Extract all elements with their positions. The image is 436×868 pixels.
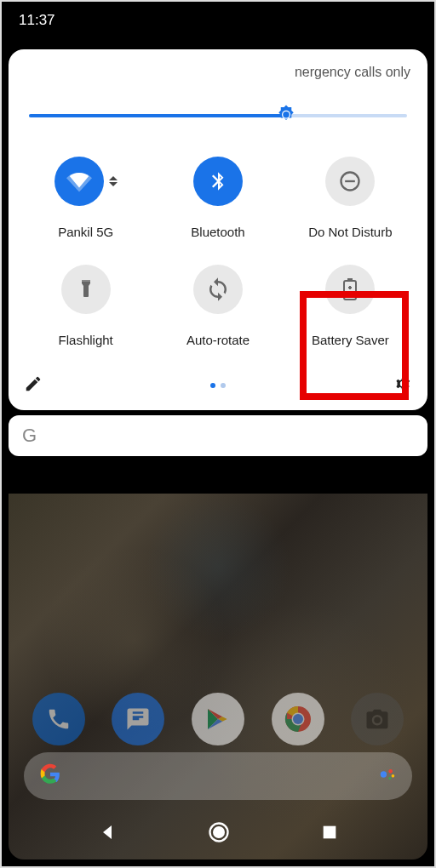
back-icon [97,822,118,842]
tile-flashlight[interactable]: Flashlight [24,265,147,347]
svg-point-9 [293,714,303,724]
app-dock [19,693,417,745]
recents-icon [320,823,339,842]
svg-rect-17 [323,826,336,839]
dock-play[interactable] [192,693,244,745]
qs-tiles-grid: Pankil 5G Bluetooth Do Not Disturb Flash… [24,157,412,347]
tile-battery-saver[interactable]: Battery Saver [289,265,412,347]
nav-recents[interactable] [320,823,339,845]
page-dot-active [210,383,215,388]
tile-bluetooth[interactable]: Bluetooth [156,157,279,239]
chrome-icon [283,704,313,734]
settings-button[interactable] [393,374,412,397]
bluetooth-icon [193,157,243,206]
tile-label: Auto-rotate [186,333,250,347]
svg-rect-4 [82,280,90,282]
camera-icon [364,706,390,732]
dock-phone[interactable] [32,693,85,745]
svg-point-13 [392,774,395,778]
expand-chevrons-icon[interactable] [109,176,118,186]
brightness-thumb[interactable] [273,103,299,128]
brightness-slider[interactable] [29,106,407,126]
tile-dnd[interactable]: Do Not Disturb [289,157,412,239]
page-indicator [210,383,226,388]
assistant-icon[interactable] [378,765,397,787]
navigation-bar [2,817,434,851]
google-search-card[interactable]: G [9,415,427,456]
rotate-icon [193,265,243,314]
tile-label: Bluetooth [191,225,244,239]
home-icon [207,820,231,844]
svg-point-14 [388,777,391,779]
svg-rect-6 [347,278,353,281]
svg-point-10 [374,717,381,724]
brightness-icon [273,103,299,128]
nav-back[interactable] [97,822,118,846]
dock-chrome[interactable] [272,693,324,745]
pencil-icon [24,374,43,393]
phone-icon [46,706,72,732]
google-logo-icon [39,763,61,789]
dock-camera[interactable] [351,693,404,745]
qs-footer [24,371,412,400]
quick-settings-panel: nergency calls only Pankil 5G [9,49,427,410]
dock-messages[interactable] [112,693,164,745]
wifi-icon [54,157,104,206]
tile-wifi[interactable]: Pankil 5G [24,157,147,239]
network-status-text: nergency calls only [295,65,410,80]
svg-point-11 [381,771,387,777]
nav-home[interactable] [207,820,231,848]
status-bar: 11:37 [2,2,434,39]
dnd-icon [325,157,375,206]
status-time: 11:37 [19,12,55,29]
edit-button[interactable] [24,374,43,397]
messages-icon [125,706,151,732]
svg-rect-5 [344,281,356,300]
tile-label: Pankil 5G [58,225,113,239]
gear-icon [393,374,412,393]
home-wallpaper [9,494,427,859]
tile-label: Do Not Disturb [308,225,392,239]
svg-point-12 [388,769,393,774]
qs-header: nergency calls only [24,65,412,80]
flashlight-icon [61,265,111,314]
tile-auto-rotate[interactable]: Auto-rotate [156,265,279,347]
svg-point-16 [213,826,225,838]
google-g-icon: G [22,425,37,447]
brightness-fill [29,114,286,117]
battery-saver-icon [325,265,375,314]
tile-label: Battery Saver [312,333,389,347]
page-dot-inactive [221,383,226,388]
play-store-icon [204,705,232,733]
svg-point-1 [283,111,290,118]
tile-label: Flashlight [59,333,113,347]
home-search-bar[interactable] [24,752,412,800]
